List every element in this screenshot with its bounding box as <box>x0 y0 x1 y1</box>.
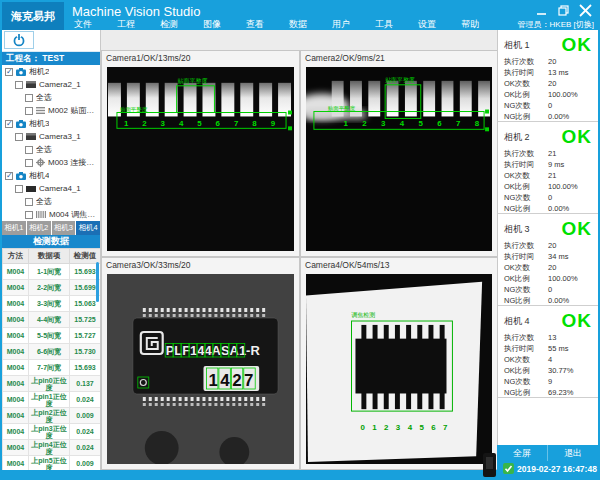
camera1-header: Camera1/OK/13ms/20 <box>102 51 299 66</box>
checkbox-unchecked[interactable] <box>25 159 33 167</box>
checkbox-checked[interactable] <box>5 120 13 128</box>
table-row[interactable]: M004上pin2正位度0.009 <box>3 408 101 424</box>
admin-user-label[interactable]: 管理员：HKEB [切换] <box>518 19 594 30</box>
table-row[interactable]: M004上pin3正位度0.024 <box>3 424 101 440</box>
cell-method: M004 <box>3 440 29 456</box>
stat-value: 100.00% <box>548 90 578 99</box>
close-icon[interactable] <box>579 4 592 16</box>
stat-label: 执行时间 <box>504 344 548 354</box>
table-row[interactable]: M0046-6间宽15.730 <box>3 344 101 360</box>
exit-button[interactable]: 退出 <box>547 445 598 461</box>
table-row[interactable]: M004上pin0正位度0.137 <box>3 376 101 392</box>
status-badge: OK <box>562 126 593 148</box>
stat-label: 执行时间 <box>504 252 548 262</box>
stat-value: 100.00% <box>548 274 578 283</box>
tab-cam3[interactable]: 相机3 <box>52 221 77 235</box>
checkbox-unchecked[interactable] <box>25 198 33 206</box>
table-row[interactable]: M0047-7间宽15.693 <box>3 360 101 376</box>
stat-label: 执行次数 <box>504 149 548 159</box>
fullscreen-button[interactable]: 全屏 <box>497 445 547 461</box>
tree-item-m002[interactable]: M002 贴面平整度 <box>2 104 100 117</box>
stat-label: OK比例 <box>504 274 548 284</box>
stat-value: 100.00% <box>548 182 578 191</box>
stat-label: 执行次数 <box>504 333 548 343</box>
table-row[interactable]: M0045-5间宽15.727 <box>3 328 101 344</box>
checkbox-unchecked[interactable] <box>15 133 23 141</box>
tree-item-cam4[interactable]: 相机4 <box>2 169 100 182</box>
stat-value: 30.77% <box>548 366 573 375</box>
table-row[interactable]: M0042-2间宽15.699 <box>3 280 101 296</box>
table-row[interactable]: M0043-3间宽15.063 <box>3 296 101 312</box>
table-row[interactable]: M0041-1间宽15.693 <box>3 264 101 280</box>
table-row[interactable]: M004上pin5正位度0.009 <box>3 456 101 471</box>
camera-icon <box>16 120 26 128</box>
annotation-label: 贴面平整度 <box>178 77 208 85</box>
stats-sidebar: 相机 1 OK 执行次数20 执行时间13 ms OK次数20 OK比例100.… <box>497 30 598 478</box>
camera3-cell[interactable]: Camera3/OK/33ms/20 <box>101 257 300 470</box>
cell-method: M004 <box>3 280 29 296</box>
table-row[interactable]: M004上pin4正位度0.024 <box>3 440 101 456</box>
camera-tabs: 相机1 相机2 相机3 相机4 <box>2 221 100 235</box>
footer-panel: 全屏 退出 2019-02-27 16:47:48 <box>497 445 598 478</box>
checkbox-checked[interactable] <box>5 172 13 180</box>
cell-item: 4-4间宽 <box>29 312 70 328</box>
camera2-image[interactable]: 贴面平整度 贴面平整度 12345678 <box>306 67 492 251</box>
tree-label: 相机2 <box>29 66 49 77</box>
tree-item-cam2[interactable]: 相机2 <box>2 65 100 78</box>
power-button[interactable] <box>4 31 34 49</box>
checkbox-unchecked[interactable] <box>25 146 33 154</box>
checkbox-unchecked[interactable] <box>15 81 23 89</box>
checkbox-unchecked[interactable] <box>25 94 33 102</box>
camera1-image[interactable]: 贴面平整度 贴面平整度 123456789 <box>107 67 294 251</box>
stat-label: NG次数 <box>504 193 548 203</box>
cell-value: 0.024 <box>70 392 101 408</box>
camera3-image[interactable]: PLF144ASA1-R 1427 <box>107 274 294 464</box>
table-row[interactable]: M0044-4间宽15.725 <box>3 312 101 328</box>
camera4-cell[interactable]: Camera4/OK/54ms/13 调焦检测 01234567 <box>300 257 498 470</box>
stat-label: OK次数 <box>504 263 548 273</box>
checkbox-unchecked[interactable] <box>25 107 33 115</box>
camera1-cell[interactable]: Camera1/OK/13ms/20 <box>101 50 300 257</box>
stat-value: 0 <box>548 285 552 294</box>
tree-label: 全选 <box>36 144 52 155</box>
minimize-icon[interactable] <box>535 4 548 16</box>
tree-item-select-all-2[interactable]: 全选 <box>2 143 100 156</box>
image-icon <box>26 186 36 192</box>
camera2-cell[interactable]: Camera2/OK/9ms/21 <box>300 50 498 257</box>
tree-label: 全选 <box>36 92 52 103</box>
tab-cam4[interactable]: 相机4 <box>76 221 100 235</box>
table-row[interactable]: M004上pin1正位度0.024 <box>3 392 101 408</box>
stat-label: OK次数 <box>504 79 548 89</box>
tree-item-m003[interactable]: M003 连接器字符 <box>2 156 100 169</box>
stat-panel-cam1: 相机 1 OK 执行次数20 执行时间13 ms OK次数20 OK比例100.… <box>498 30 598 122</box>
checkbox-unchecked[interactable] <box>25 211 33 219</box>
restore-icon[interactable] <box>557 4 570 16</box>
device-icon[interactable] <box>483 453 496 477</box>
tree-item-select-all-1[interactable]: 全选 <box>2 91 100 104</box>
camera4-image[interactable]: 调焦检测 01234567 <box>306 274 492 464</box>
stat-label: NG次数 <box>504 285 548 295</box>
camera2-scene: 贴面平整度 贴面平整度 12345678 <box>306 67 492 251</box>
power-icon <box>12 33 26 47</box>
cell-item: 6-6间宽 <box>29 344 70 360</box>
checkbox-unchecked[interactable] <box>15 185 23 193</box>
tree-label: M004 调焦检测 <box>49 209 100 220</box>
tree-item-m004[interactable]: M004 调焦检测 <box>2 208 100 221</box>
tree-item-camera4-1[interactable]: Camera4_1 <box>2 182 100 195</box>
stat-value: 0 <box>548 193 552 202</box>
stat-value: 69.23% <box>548 388 573 397</box>
stat-label: OK次数 <box>504 171 548 181</box>
tree-item-camera2-1[interactable]: Camera2_1 <box>2 78 100 91</box>
checkbox-checked[interactable] <box>5 68 13 76</box>
table-scrollbar[interactable] <box>96 262 99 302</box>
tab-cam1[interactable]: 相机1 <box>2 221 27 235</box>
roi-handle <box>485 127 489 131</box>
tree-item-cam3[interactable]: 相机3 <box>2 117 100 130</box>
cell-method: M004 <box>3 376 29 392</box>
image-icon <box>26 81 36 88</box>
camera4-header: Camera4/OK/54ms/13 <box>301 258 497 273</box>
tree-item-select-all-3[interactable]: 全选 <box>2 195 100 208</box>
stat-label: NG次数 <box>504 377 548 387</box>
tab-cam2[interactable]: 相机2 <box>27 221 52 235</box>
tree-item-camera3-1[interactable]: Camera3_1 <box>2 130 100 143</box>
